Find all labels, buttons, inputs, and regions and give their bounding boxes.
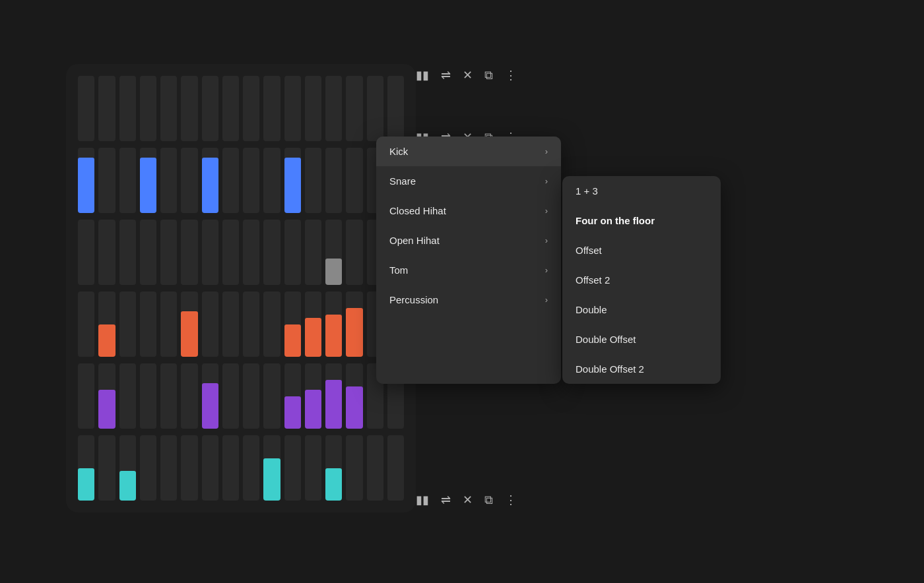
pad-cell[interactable] bbox=[284, 148, 301, 213]
submenu-item-1plus3[interactable]: 1 + 3 bbox=[562, 176, 721, 206]
pad-cell[interactable] bbox=[243, 220, 259, 285]
pad-cell[interactable] bbox=[140, 220, 156, 285]
pad-cell[interactable] bbox=[263, 148, 280, 213]
pad-cell[interactable] bbox=[202, 363, 218, 429]
pad-cell[interactable] bbox=[284, 220, 301, 285]
pad-cell[interactable] bbox=[140, 435, 156, 501]
pad-cell[interactable] bbox=[78, 435, 94, 501]
pad-cell[interactable] bbox=[243, 292, 259, 357]
pad-cell[interactable] bbox=[160, 363, 177, 429]
pad-cell[interactable] bbox=[78, 148, 94, 213]
pad-cell[interactable] bbox=[202, 148, 218, 213]
pad-cell[interactable] bbox=[284, 76, 301, 141]
pad-cell[interactable] bbox=[243, 363, 259, 429]
pad-cell[interactable] bbox=[119, 76, 136, 141]
submenu-item-offset2[interactable]: Offset 2 bbox=[562, 265, 721, 295]
close-icon[interactable]: ✕ bbox=[463, 68, 473, 82]
shuffle-icon[interactable]: ⇌ bbox=[441, 493, 451, 507]
pad-cell[interactable] bbox=[222, 363, 239, 429]
pad-cell[interactable] bbox=[284, 292, 301, 357]
pad-cell[interactable] bbox=[325, 148, 342, 213]
more-icon[interactable]: ⋮ bbox=[505, 68, 517, 82]
pad-cell[interactable] bbox=[325, 363, 342, 429]
pad-cell[interactable] bbox=[305, 435, 321, 501]
pad-cell[interactable] bbox=[98, 435, 115, 501]
pad-cell[interactable] bbox=[160, 148, 177, 213]
pad-cell[interactable] bbox=[119, 292, 136, 357]
pad-cell[interactable] bbox=[140, 76, 156, 141]
pad-cell[interactable] bbox=[119, 148, 136, 213]
pad-cell[interactable] bbox=[305, 76, 321, 141]
menu-item-percussion[interactable]: Percussion › bbox=[376, 285, 561, 315]
pad-cell[interactable] bbox=[140, 292, 156, 357]
pad-cell[interactable] bbox=[222, 292, 239, 357]
pad-cell[interactable] bbox=[305, 292, 321, 357]
pad-cell[interactable] bbox=[243, 148, 259, 213]
pad-cell[interactable] bbox=[181, 220, 197, 285]
menu-item-snare[interactable]: Snare › bbox=[376, 166, 561, 196]
pad-cell[interactable] bbox=[181, 363, 197, 429]
menu-item-open-hihat[interactable]: Open Hihat › bbox=[376, 226, 561, 255]
chart-icon[interactable]: ▮▮ bbox=[416, 68, 429, 82]
pad-cell[interactable] bbox=[346, 363, 362, 429]
submenu-item-four-on-floor[interactable]: Four on the floor bbox=[562, 206, 721, 235]
pad-cell[interactable] bbox=[305, 220, 321, 285]
pad-cell[interactable] bbox=[78, 292, 94, 357]
pad-cell[interactable] bbox=[181, 148, 197, 213]
pad-cell[interactable] bbox=[222, 76, 239, 141]
copy-icon[interactable]: ⧉ bbox=[484, 493, 493, 507]
pad-cell[interactable] bbox=[119, 220, 136, 285]
pad-cell[interactable] bbox=[387, 76, 404, 141]
pad-cell[interactable] bbox=[346, 76, 362, 141]
pad-cell[interactable] bbox=[181, 76, 197, 141]
pad-cell[interactable] bbox=[305, 148, 321, 213]
pad-cell[interactable] bbox=[325, 292, 342, 357]
menu-item-kick[interactable]: Kick › bbox=[376, 137, 561, 166]
menu-item-closed-hihat[interactable]: Closed Hihat › bbox=[376, 196, 561, 226]
pad-cell[interactable] bbox=[160, 435, 177, 501]
pad-cell[interactable] bbox=[325, 435, 342, 501]
pad-cell[interactable] bbox=[263, 220, 280, 285]
pad-cell[interactable] bbox=[346, 220, 362, 285]
pad-cell[interactable] bbox=[346, 148, 362, 213]
copy-icon[interactable]: ⧉ bbox=[484, 69, 493, 82]
pad-cell[interactable] bbox=[78, 220, 94, 285]
close-icon[interactable]: ✕ bbox=[463, 493, 473, 507]
submenu-item-double-offset2[interactable]: Double Offset 2 bbox=[562, 354, 721, 384]
pad-cell[interactable] bbox=[263, 76, 280, 141]
submenu-item-offset[interactable]: Offset bbox=[562, 235, 721, 265]
pad-cell[interactable] bbox=[305, 363, 321, 429]
pad-cell[interactable] bbox=[202, 220, 218, 285]
pad-cell[interactable] bbox=[243, 76, 259, 141]
pad-cell[interactable] bbox=[160, 292, 177, 357]
pad-cell[interactable] bbox=[98, 292, 115, 357]
pad-cell[interactable] bbox=[202, 292, 218, 357]
pad-cell[interactable] bbox=[346, 435, 362, 501]
pad-cell[interactable] bbox=[284, 435, 301, 501]
pad-cell[interactable] bbox=[325, 220, 342, 285]
pad-cell[interactable] bbox=[346, 292, 362, 357]
pad-cell[interactable] bbox=[98, 220, 115, 285]
pad-cell[interactable] bbox=[160, 220, 177, 285]
pad-cell[interactable] bbox=[119, 435, 136, 501]
pad-cell[interactable] bbox=[222, 435, 239, 501]
pad-cell[interactable] bbox=[263, 435, 280, 501]
pad-cell[interactable] bbox=[222, 220, 239, 285]
pad-cell[interactable] bbox=[78, 363, 94, 429]
pad-cell[interactable] bbox=[98, 148, 115, 213]
pad-cell[interactable] bbox=[367, 435, 383, 501]
pad-cell[interactable] bbox=[263, 292, 280, 357]
pad-cell[interactable] bbox=[284, 363, 301, 429]
pad-cell[interactable] bbox=[140, 148, 156, 213]
pad-cell[interactable] bbox=[181, 292, 197, 357]
pad-cell[interactable] bbox=[78, 76, 94, 141]
pad-cell[interactable] bbox=[325, 76, 342, 141]
pad-cell[interactable] bbox=[140, 363, 156, 429]
submenu-item-double[interactable]: Double bbox=[562, 295, 721, 324]
menu-item-tom[interactable]: Tom › bbox=[376, 255, 561, 285]
pad-cell[interactable] bbox=[387, 435, 404, 501]
pad-cell[interactable] bbox=[160, 76, 177, 141]
more-icon[interactable]: ⋮ bbox=[505, 493, 517, 507]
pad-cell[interactable] bbox=[202, 76, 218, 141]
pad-cell[interactable] bbox=[243, 435, 259, 501]
